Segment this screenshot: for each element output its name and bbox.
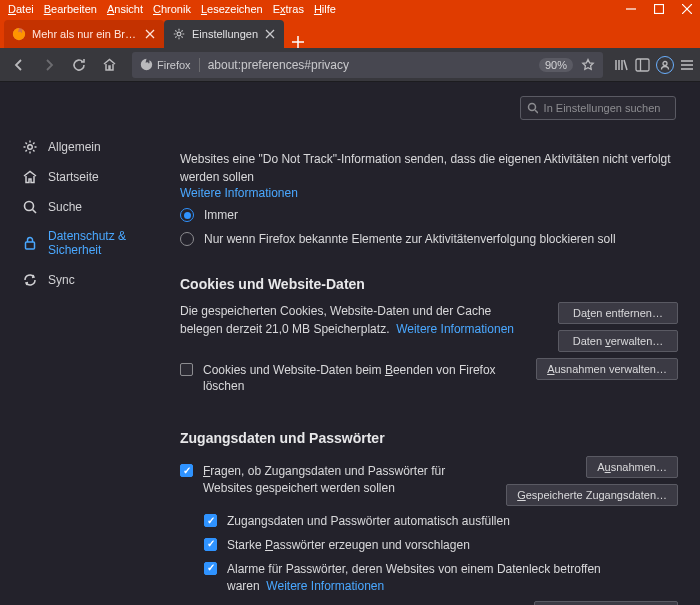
menu-icon[interactable] — [680, 58, 694, 72]
checkbox-checked-icon[interactable] — [204, 538, 217, 551]
checkbox-label: Fragen, ob Zugangsdaten und Passwörter f… — [203, 463, 494, 497]
ask-save-row[interactable]: Fragen, ob Zugangsdaten und Passwörter f… — [180, 463, 494, 497]
checkbox-label: Zugangsdaten und Passwörter automatisch … — [227, 513, 510, 530]
tab-inactive[interactable]: Mehr als nur ein Browser – Fire — [4, 20, 164, 48]
svg-point-18 — [28, 145, 33, 150]
logins-buttons: Ausnahmen… Gespeicherte Zugangsdaten… — [506, 456, 678, 506]
sidebar-item-home[interactable]: Startseite — [0, 162, 160, 192]
menu-history[interactable]: Chronik — [153, 3, 191, 15]
dnt-detected-row[interactable]: Nur wenn Firefox bekannte Elemente zur A… — [180, 231, 678, 248]
separator — [199, 58, 200, 72]
firefox-brand-icon — [140, 58, 153, 71]
change-master-button[interactable]: Hauptpasswort ändern… — [534, 601, 678, 605]
cookies-more-link[interactable]: Weitere Informationen — [396, 322, 514, 336]
sidebar-item-label: Allgemein — [48, 140, 101, 154]
tab-label: Einstellungen — [192, 28, 258, 40]
settings-search[interactable] — [520, 96, 676, 120]
url-text: about:preferences#privacy — [208, 58, 531, 72]
sidebar-item-privacy[interactable]: Datenschutz & Sicherheit — [0, 222, 160, 265]
logins-exceptions-button[interactable]: Ausnahmen… — [586, 456, 678, 478]
tab-strip: Mehr als nur ein Browser – Fire Einstell… — [0, 18, 700, 48]
suggest-row[interactable]: Starke Passwörter erzeugen und vorschlag… — [204, 537, 678, 554]
window-controls — [626, 4, 692, 14]
checkbox-label: Alarme für Passwörter, deren Websites vo… — [227, 561, 678, 595]
radio-label: Nur wenn Firefox bekannte Elemente zur A… — [204, 231, 616, 248]
clear-on-close-row[interactable]: Cookies und Website-Daten beim Beenden v… — [180, 362, 524, 396]
sidebar-item-general[interactable]: Allgemein — [0, 132, 160, 162]
settings-search-input[interactable] — [544, 102, 669, 114]
exceptions-button[interactable]: Ausnahmen verwalten… — [536, 358, 678, 380]
dnt-more-link[interactable]: Weitere Informationen — [180, 186, 298, 200]
radio-selected-icon[interactable] — [180, 208, 194, 222]
person-icon — [660, 60, 670, 70]
section-cookies: Cookies und Website-Daten Die gespeicher… — [180, 276, 678, 403]
star-icon[interactable] — [581, 58, 595, 72]
reload-button[interactable] — [66, 52, 92, 78]
tab-active[interactable]: Einstellungen — [164, 20, 284, 48]
identity-box[interactable]: Firefox — [140, 58, 191, 71]
lock-icon — [22, 235, 38, 251]
remove-data-button[interactable]: Daten entfernen… — [558, 302, 678, 324]
sidebar-icon[interactable] — [635, 58, 650, 72]
account-button[interactable] — [656, 56, 674, 74]
library-icon[interactable] — [613, 57, 629, 73]
zoom-indicator[interactable]: 90% — [539, 58, 573, 72]
svg-point-22 — [529, 104, 536, 111]
section-logins: Zugangsdaten und Passwörter Fragen, ob Z… — [180, 430, 678, 605]
firefox-logo-icon — [12, 27, 26, 41]
autofill-row[interactable]: Zugangsdaten und Passwörter automatisch … — [204, 513, 678, 530]
search-icon — [22, 199, 38, 215]
home-icon — [22, 169, 38, 185]
menubar: Datei Bearbeiten Ansicht Chronik Lesezei… — [8, 3, 336, 15]
section-dnt: Websites eine "Do Not Track"-Information… — [180, 150, 678, 248]
sidebar-item-label: Startseite — [48, 170, 99, 184]
sidebar-item-sync[interactable]: Sync — [0, 265, 160, 295]
tab-close-icon[interactable] — [264, 28, 276, 40]
sidebar-item-label: Sync — [48, 273, 75, 287]
menu-edit[interactable]: Bearbeiten — [44, 3, 97, 15]
manage-data-button[interactable]: Daten verwalten… — [558, 330, 678, 352]
toolbar-right — [613, 56, 694, 74]
plus-icon — [292, 36, 304, 48]
checkbox-checked-icon[interactable] — [204, 514, 217, 527]
back-button[interactable] — [6, 52, 32, 78]
cookies-description: Die gespeicherten Cookies, Website-Daten… — [180, 304, 514, 336]
search-icon — [527, 102, 538, 114]
checkbox-icon[interactable] — [180, 363, 193, 376]
dnt-description: Websites eine "Do Not Track"-Information… — [180, 150, 678, 186]
svg-rect-12 — [636, 59, 649, 71]
saved-logins-button[interactable]: Gespeicherte Zugangsdaten… — [506, 484, 678, 506]
checkbox-checked-icon[interactable] — [204, 562, 217, 575]
svg-rect-1 — [655, 5, 664, 14]
checkbox-label: Starke Passwörter erzeugen und vorschlag… — [227, 537, 470, 554]
url-bar[interactable]: Firefox about:preferences#privacy 90% — [132, 52, 603, 78]
breach-row[interactable]: Alarme für Passwörter, deren Websites vo… — [204, 561, 678, 595]
logins-heading: Zugangsdaten und Passwörter — [180, 430, 678, 446]
menu-tools[interactable]: Extras — [273, 3, 304, 15]
sync-icon — [22, 272, 38, 288]
checkbox-checked-icon[interactable] — [180, 464, 193, 477]
maximize-icon[interactable] — [654, 4, 664, 14]
breach-more-link[interactable]: Weitere Informationen — [266, 579, 384, 593]
new-tab-button[interactable] — [284, 36, 312, 48]
radio-label: Immer — [204, 207, 238, 224]
sidebar-item-label: Suche — [48, 200, 82, 214]
forward-button[interactable] — [36, 52, 62, 78]
checkbox-label: Cookies und Website-Daten beim Beenden v… — [203, 362, 524, 396]
nav-toolbar: Firefox about:preferences#privacy 90% — [0, 48, 700, 82]
menu-bookmarks[interactable]: Lesezeichen — [201, 3, 263, 15]
close-icon[interactable] — [682, 4, 692, 14]
gear-icon — [172, 27, 186, 41]
home-button[interactable] — [96, 52, 122, 78]
tab-close-icon[interactable] — [144, 28, 156, 40]
svg-point-19 — [25, 202, 34, 211]
dnt-always-row[interactable]: Immer — [180, 207, 678, 224]
content: Allgemein Startseite Suche Datenschutz &… — [0, 82, 700, 605]
menu-view[interactable]: Ansicht — [107, 3, 143, 15]
sidebar-item-search[interactable]: Suche — [0, 192, 160, 222]
radio-icon[interactable] — [180, 232, 194, 246]
menu-file[interactable]: Datei — [8, 3, 34, 15]
cookies-heading: Cookies und Website-Daten — [180, 276, 678, 292]
menu-help[interactable]: Hilfe — [314, 3, 336, 15]
minimize-icon[interactable] — [626, 4, 636, 14]
